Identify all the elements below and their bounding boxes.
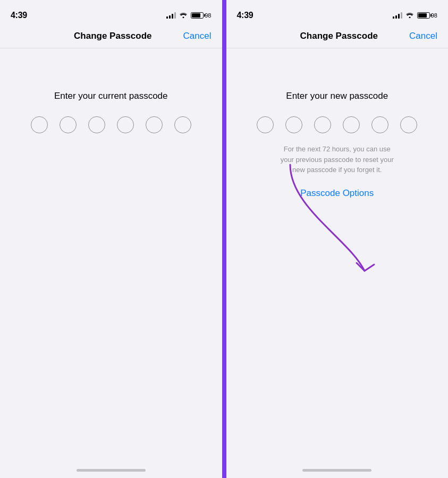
dot-1 xyxy=(31,116,48,133)
home-indicator-left xyxy=(0,469,222,478)
nav-bar-right: Change Passcode Cancel xyxy=(226,27,449,48)
passcode-options-link[interactable]: Passcode Options xyxy=(300,188,374,199)
time-right: 4:39 xyxy=(237,11,253,20)
nav-title-right: Change Passcode xyxy=(300,31,378,41)
status-bar-left: 4:39 xyxy=(0,0,222,27)
dot-2 xyxy=(60,116,77,133)
nav-title-left: Change Passcode xyxy=(74,31,151,41)
signal-icon-right xyxy=(393,12,402,19)
passcode-dots-right xyxy=(257,116,417,133)
dot-r4 xyxy=(343,116,360,133)
dot-4 xyxy=(117,116,134,133)
dot-6 xyxy=(174,116,191,133)
passcode-prompt-right: Enter your new passcode xyxy=(286,91,388,101)
dot-5 xyxy=(146,116,163,133)
time-left: 4:39 xyxy=(11,11,27,20)
dot-3 xyxy=(88,116,105,133)
nav-bar-left: Change Passcode Cancel xyxy=(0,27,222,48)
status-bar-right: 4:39 xyxy=(226,0,449,27)
cancel-button-left[interactable]: Cancel xyxy=(183,31,212,41)
dot-r3 xyxy=(314,116,331,133)
cancel-button-right[interactable]: Cancel xyxy=(409,31,437,41)
content-left: Enter your current passcode xyxy=(0,48,222,469)
status-icons-left: 98 xyxy=(166,12,211,20)
wifi-icon-left xyxy=(179,12,188,20)
wifi-icon-right xyxy=(405,12,414,20)
status-icons-right: 98 xyxy=(393,12,437,20)
signal-icon-left xyxy=(166,12,176,19)
passcode-prompt-left: Enter your current passcode xyxy=(54,91,168,101)
content-right: Enter your new passcode For the next 72 … xyxy=(226,48,449,469)
home-bar-right xyxy=(302,469,371,472)
passcode-dots-left xyxy=(31,116,191,133)
home-indicator-right xyxy=(226,469,449,478)
battery-right: 98 xyxy=(417,12,437,19)
info-text: For the next 72 hours, you can use your … xyxy=(257,133,417,175)
dot-r5 xyxy=(371,116,388,133)
dot-r1 xyxy=(257,116,274,133)
battery-level-right: 98 xyxy=(431,12,437,19)
left-phone: 4:39 xyxy=(0,0,223,478)
home-bar-left xyxy=(77,469,146,472)
right-phone: 4:39 xyxy=(225,0,449,478)
battery-level-left: 98 xyxy=(205,12,211,19)
battery-left: 98 xyxy=(191,12,211,19)
dot-r2 xyxy=(285,116,302,133)
dot-r6 xyxy=(400,116,417,133)
